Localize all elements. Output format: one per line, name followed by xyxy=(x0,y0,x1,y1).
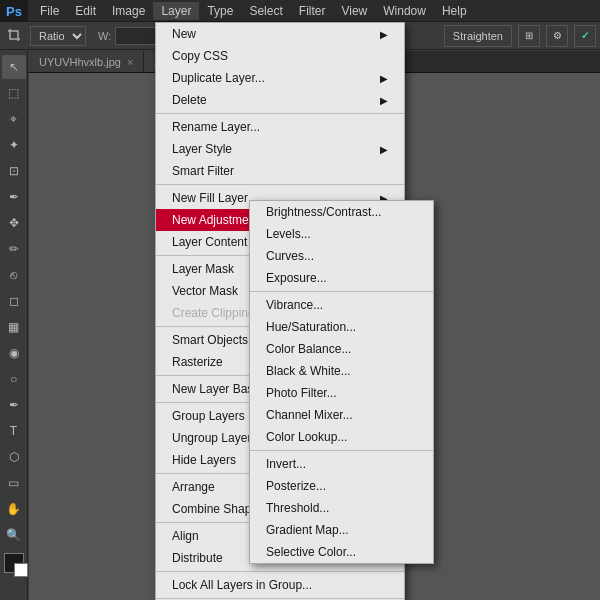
sep-1 xyxy=(156,113,404,114)
new-arrow: ▶ xyxy=(380,29,388,40)
menu-rename-layer[interactable]: Rename Layer... xyxy=(156,116,404,138)
menu-help[interactable]: Help xyxy=(434,2,475,20)
crop-tool-icon xyxy=(4,25,26,47)
submenu-color-lookup[interactable]: Color Lookup... xyxy=(250,426,433,448)
submenu-gradient-map[interactable]: Gradient Map... xyxy=(250,519,433,541)
tab-1-label: UYUVHhvxlb.jpg xyxy=(39,56,121,68)
tool-hand[interactable]: ✋ xyxy=(2,497,26,521)
w-label: W: xyxy=(98,30,111,42)
sep-10 xyxy=(156,598,404,599)
tab-1-close[interactable]: × xyxy=(127,56,133,68)
tool-text[interactable]: T xyxy=(2,419,26,443)
checkmark-icon[interactable]: ✓ xyxy=(574,25,596,47)
menu-lock-all-layers[interactable]: Lock All Layers in Group... xyxy=(156,574,404,596)
submenu-exposure[interactable]: Exposure... xyxy=(250,267,433,289)
settings-icon[interactable]: ⚙ xyxy=(546,25,568,47)
submenu-black-white[interactable]: Black & White... xyxy=(250,360,433,382)
delete-arrow: ▶ xyxy=(380,95,388,106)
straighten-button[interactable]: Straighten xyxy=(444,25,512,47)
sep-9 xyxy=(156,571,404,572)
tool-gradient[interactable]: ▦ xyxy=(2,315,26,339)
menubar: File Edit Image Layer Type Select Filter… xyxy=(0,0,600,22)
duplicate-arrow: ▶ xyxy=(380,73,388,84)
menu-select[interactable]: Select xyxy=(241,2,290,20)
menu-filter[interactable]: Filter xyxy=(291,2,334,20)
menu-layer-style[interactable]: Layer Style ▶ xyxy=(156,138,404,160)
ratio-select[interactable]: Ratio xyxy=(30,26,86,46)
background-color[interactable] xyxy=(14,563,28,577)
menu-edit[interactable]: Edit xyxy=(67,2,104,20)
sub-sep-2 xyxy=(250,450,433,451)
left-toolbar: ↖ ⬚ ⌖ ✦ ⊡ ✒ ✥ ✏ ⎋ ◻ ▦ ◉ ○ ✒ T ⬡ ▭ ✋ 🔍 xyxy=(0,51,28,600)
tool-eyedropper[interactable]: ✒ xyxy=(2,185,26,209)
tool-wand[interactable]: ✦ xyxy=(2,133,26,157)
grid-icon[interactable]: ⊞ xyxy=(518,25,540,47)
tool-lasso[interactable]: ⌖ xyxy=(2,107,26,131)
sub-sep-1 xyxy=(250,291,433,292)
submenu-posterize[interactable]: Posterize... xyxy=(250,475,433,497)
menu-type[interactable]: Type xyxy=(199,2,241,20)
menu-view[interactable]: View xyxy=(333,2,375,20)
menu-file[interactable]: File xyxy=(32,2,67,20)
menu-duplicate-layer[interactable]: Duplicate Layer... ▶ xyxy=(156,67,404,89)
tool-patch[interactable]: ✥ xyxy=(2,211,26,235)
submenu-color-balance[interactable]: Color Balance... xyxy=(250,338,433,360)
menu-delete[interactable]: Delete ▶ xyxy=(156,89,404,111)
submenu-brightness-contrast[interactable]: Brightness/Contrast... xyxy=(250,201,433,223)
menu-smart-filter[interactable]: Smart Filter xyxy=(156,160,404,182)
tool-path[interactable]: ⬡ xyxy=(2,445,26,469)
sep-2 xyxy=(156,184,404,185)
foreground-color[interactable] xyxy=(4,553,24,573)
submenu-vibrance[interactable]: Vibrance... xyxy=(250,294,433,316)
tool-pen[interactable]: ✒ xyxy=(2,393,26,417)
tool-blur[interactable]: ◉ xyxy=(2,341,26,365)
tab-1[interactable]: UYUVHhvxlb.jpg × xyxy=(29,51,144,72)
layer-style-arrow: ▶ xyxy=(380,144,388,155)
submenu-photo-filter[interactable]: Photo Filter... xyxy=(250,382,433,404)
tool-brush[interactable]: ✏ xyxy=(2,237,26,261)
submenu-selective-color[interactable]: Selective Color... xyxy=(250,541,433,563)
tool-crop[interactable]: ⊡ xyxy=(2,159,26,183)
adjustment-submenu: Brightness/Contrast... Levels... Curves.… xyxy=(249,200,434,564)
menu-new[interactable]: New ▶ xyxy=(156,23,404,45)
menu-image[interactable]: Image xyxy=(104,2,153,20)
tool-clone[interactable]: ⎋ xyxy=(2,263,26,287)
menu-window[interactable]: Window xyxy=(375,2,434,20)
submenu-levels[interactable]: Levels... xyxy=(250,223,433,245)
menu-layer[interactable]: Layer xyxy=(153,2,199,20)
submenu-hue-saturation[interactable]: Hue/Saturation... xyxy=(250,316,433,338)
ps-logo: Ps xyxy=(0,0,28,22)
tool-dodge[interactable]: ○ xyxy=(2,367,26,391)
tool-marquee[interactable]: ⬚ xyxy=(2,81,26,105)
tool-eraser[interactable]: ◻ xyxy=(2,289,26,313)
submenu-threshold[interactable]: Threshold... xyxy=(250,497,433,519)
tool-shape[interactable]: ▭ xyxy=(2,471,26,495)
tool-zoom[interactable]: 🔍 xyxy=(2,523,26,547)
menu-copy-css[interactable]: Copy CSS xyxy=(156,45,404,67)
submenu-channel-mixer[interactable]: Channel Mixer... xyxy=(250,404,433,426)
tool-move[interactable]: ↖ xyxy=(2,55,26,79)
submenu-curves[interactable]: Curves... xyxy=(250,245,433,267)
submenu-invert[interactable]: Invert... xyxy=(250,453,433,475)
